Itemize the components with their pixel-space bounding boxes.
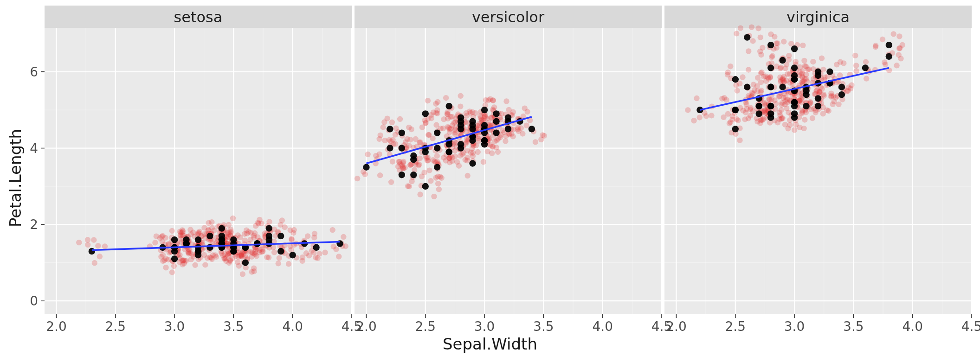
data-point <box>387 145 393 151</box>
bootstrap-point <box>506 107 511 113</box>
bootstrap-point <box>266 219 272 224</box>
facet-strip-label: setosa <box>45 6 352 28</box>
data-point <box>206 244 213 251</box>
bootstrap-point <box>769 54 774 60</box>
bootstrap-point <box>85 242 90 248</box>
bootstrap-point <box>431 194 437 199</box>
bootstrap-point <box>355 176 360 181</box>
bootstrap-point <box>740 108 746 113</box>
y-tick-label: 4 <box>30 141 38 156</box>
bootstrap-point <box>841 60 846 66</box>
bootstrap-point <box>419 173 425 179</box>
bootstrap-point <box>311 235 317 240</box>
bootstrap-point <box>746 67 751 72</box>
panel-bg <box>45 28 352 314</box>
bootstrap-point <box>723 97 729 102</box>
data-point <box>755 110 762 117</box>
bootstrap-point <box>436 186 442 192</box>
bootstrap-point <box>286 261 291 267</box>
bootstrap-point <box>765 74 771 80</box>
bootstrap-point <box>727 121 732 126</box>
bootstrap-point <box>482 115 488 121</box>
bootstrap-point <box>725 72 730 77</box>
bootstrap-point <box>810 115 815 121</box>
bootstrap-point <box>440 126 446 131</box>
bootstrap-point <box>249 269 255 274</box>
bootstrap-point <box>97 254 103 259</box>
bootstrap-point <box>435 181 441 186</box>
bootstrap-point <box>758 117 763 123</box>
data-point <box>242 260 249 266</box>
bootstrap-point <box>163 265 168 270</box>
bootstrap-point <box>220 253 226 258</box>
x-tick-label: 4.0 <box>282 319 303 334</box>
bootstrap-point <box>76 240 82 245</box>
data-point <box>89 248 95 254</box>
bootstrap-point <box>735 88 740 93</box>
bootstrap-point <box>390 159 395 165</box>
x-tick-label: 2.5 <box>415 319 436 334</box>
data-point <box>505 114 511 121</box>
bootstrap-point <box>735 117 741 123</box>
bootstrap-point <box>836 102 841 107</box>
bootstrap-point <box>751 82 756 87</box>
bootstrap-point <box>397 116 403 122</box>
data-point <box>481 137 488 144</box>
data-point <box>803 91 809 98</box>
bootstrap-point <box>330 227 335 233</box>
bootstrap-point <box>503 139 508 144</box>
data-point <box>767 114 774 121</box>
bootstrap-point <box>729 113 735 119</box>
x-tick-label: 2.5 <box>725 319 746 334</box>
data-point <box>458 114 464 121</box>
data-point <box>529 126 535 132</box>
bootstrap-point <box>896 52 902 57</box>
data-point <box>767 42 774 48</box>
bootstrap-point <box>883 62 888 67</box>
data-point <box>815 95 821 102</box>
data-point <box>791 76 798 83</box>
bootstrap-point <box>873 44 878 50</box>
data-point <box>732 107 739 113</box>
bootstrap-point <box>782 122 788 127</box>
data-point <box>195 244 201 251</box>
bootstrap-point <box>490 144 496 149</box>
data-point <box>815 72 821 79</box>
bootstrap-point <box>382 138 387 143</box>
bootstrap-point <box>802 63 808 69</box>
bootstrap-point <box>213 252 218 258</box>
data-point <box>779 84 786 90</box>
x-tick-label: 2.0 <box>46 319 67 334</box>
bootstrap-point <box>456 163 462 169</box>
data-point <box>422 183 429 190</box>
data-point <box>767 103 774 109</box>
bootstrap-point <box>235 260 240 265</box>
bootstrap-point <box>365 152 370 157</box>
bootstrap-point <box>277 255 282 261</box>
bootstrap-point <box>255 235 260 240</box>
bootstrap-point <box>749 25 754 30</box>
y-tick-label: 6 <box>30 64 38 80</box>
bootstrap-point <box>757 34 763 40</box>
data-point <box>791 114 798 121</box>
y-axis-label: Petal.Length <box>6 129 25 227</box>
figure: Petal.Length Sepal.Width setosa 2.02.53.… <box>0 0 980 356</box>
bootstrap-point <box>426 132 432 138</box>
bootstrap-point <box>202 262 208 267</box>
bootstrap-point <box>376 136 382 142</box>
bootstrap-point <box>515 125 521 130</box>
data-point <box>277 248 284 254</box>
x-tick-label: 3.0 <box>474 319 495 334</box>
facet-panel: versicolor 2.02.53.03.54.04.5 <box>355 6 662 314</box>
x-tick-label: 3.5 <box>533 319 554 334</box>
bootstrap-point <box>171 263 177 269</box>
data-point <box>266 236 272 243</box>
bootstrap-point <box>760 45 765 51</box>
bootstrap-point <box>821 93 827 99</box>
data-point <box>277 233 284 239</box>
bootstrap-point <box>694 95 699 101</box>
bootstrap-point <box>785 71 790 77</box>
bootstrap-point <box>819 55 825 61</box>
data-point <box>791 45 798 52</box>
plot-panel: 2.02.53.03.54.04.5 <box>664 28 972 314</box>
